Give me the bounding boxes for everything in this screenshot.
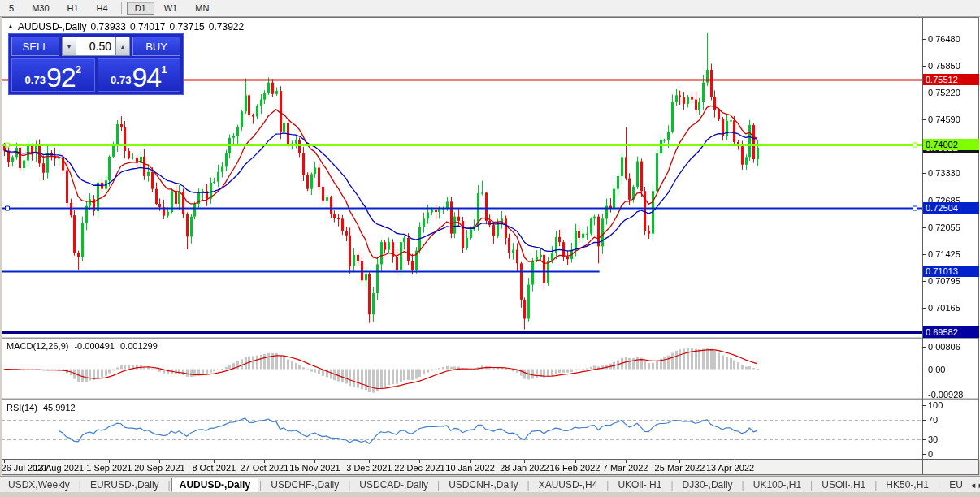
buy-price-main: 0.73 bbox=[111, 74, 131, 86]
price-tick-label: 0.72055 bbox=[928, 223, 960, 232]
buy-price-big: 94 bbox=[132, 66, 161, 90]
price-tick-label: 0.75850 bbox=[928, 61, 960, 71]
date-tick-label: 13 Apr 2022 bbox=[706, 463, 754, 473]
tab-dj30daily[interactable]: DJ30-,Daily bbox=[674, 478, 741, 491]
volume-field[interactable]: 0.50 bbox=[76, 37, 115, 56]
rsi-value: 45.9912 bbox=[43, 403, 76, 413]
volume-up-icon[interactable]: ▲ bbox=[115, 37, 130, 56]
trading-terminal-window: 5M30H1H4D1W1MN ▲ AUDUSD-,Daily 0.73933 0… bbox=[0, 0, 980, 497]
price-tick-label: 0.71425 bbox=[928, 249, 960, 259]
macd-signal-value: 0.001299 bbox=[120, 341, 158, 351]
price-tick-label: 0.70795 bbox=[928, 276, 960, 286]
ohlc-open: 0.73933 bbox=[91, 21, 126, 32]
tab-scroll-arrows: ◂▸ bbox=[971, 480, 980, 491]
macd-name: MACD(12,26,9) bbox=[7, 341, 68, 351]
timeframe-button-w1[interactable]: W1 bbox=[156, 2, 186, 15]
symbol-tab-bar: USDX,Weekly|EURUSD-,Daily|AUDUSD-,Daily|… bbox=[0, 476, 980, 493]
volume-stepper: ▼ 0.50 ▲ bbox=[62, 37, 130, 56]
tab-uk100h1[interactable]: UK100-,H1 bbox=[745, 478, 809, 491]
tab-eurusddaily[interactable]: EURUSD-,Daily bbox=[82, 478, 167, 491]
macd-label: MACD(12,26,9) -0.000491 0.001299 bbox=[7, 341, 158, 351]
tab-separator: | bbox=[527, 479, 530, 491]
price-level-chip: 0.72504 bbox=[923, 202, 979, 214]
price-tick-label: 0.74590 bbox=[928, 115, 960, 124]
rsi-label: RSI(14) 45.9912 bbox=[7, 403, 76, 413]
date-tick-label: 20 Sep 2021 bbox=[134, 463, 184, 473]
timeframe-button-m30[interactable]: M30 bbox=[24, 2, 57, 15]
rsi-tick-label: 0 bbox=[928, 449, 933, 459]
sell-price-big: 92 bbox=[46, 66, 76, 90]
tab-xauusdh4[interactable]: XAUUSD-,H4 bbox=[531, 478, 606, 491]
rsi-tick-label: 70 bbox=[928, 415, 938, 425]
ohlc-low: 0.73715 bbox=[169, 21, 204, 32]
date-tick-label: 1 Sep 2021 bbox=[86, 463, 132, 473]
status-strip bbox=[0, 492, 980, 497]
date-tick-label: 28 Jan 2022 bbox=[500, 463, 549, 473]
tab-usdcnhdaily[interactable]: USDCNH-,Daily bbox=[440, 478, 526, 491]
date-tick-label: 22 Dec 2021 bbox=[394, 463, 444, 473]
macd-tick-label: 0.00 bbox=[928, 365, 945, 374]
price-tick-label: 0.76480 bbox=[928, 34, 960, 44]
sell-price[interactable]: 0.73 92 2 bbox=[11, 58, 95, 92]
price-level-chip: 0.75512 bbox=[923, 74, 979, 85]
timeframe-button-5[interactable]: 5 bbox=[1, 2, 22, 15]
date-tick-label: 27 Oct 2021 bbox=[240, 463, 288, 473]
volume-down-icon[interactable]: ▼ bbox=[62, 37, 76, 56]
tab-separator: | bbox=[259, 479, 262, 491]
ohlc-high: 0.74017 bbox=[130, 21, 165, 32]
macd-tick-label: -0.00928 bbox=[928, 390, 963, 400]
tab-separator: | bbox=[606, 479, 609, 491]
date-tick-label: 16 Feb 2022 bbox=[550, 463, 601, 473]
tab-separator: | bbox=[168, 479, 171, 491]
date-tick-label: 7 Mar 2022 bbox=[603, 463, 648, 473]
tab-scroll-left-icon[interactable]: ◂ bbox=[971, 480, 976, 491]
ohlc-close: 0.73922 bbox=[209, 21, 244, 32]
price-tick-label: 0.75220 bbox=[928, 88, 960, 97]
rsi-tick-label: 30 bbox=[928, 434, 938, 444]
chart-symbol-label: AUDUSD-,Daily bbox=[18, 21, 87, 32]
tab-usoilh1[interactable]: USOil-,H1 bbox=[813, 478, 874, 491]
macd-value: -0.000491 bbox=[74, 341, 115, 351]
timeframe-button-mn[interactable]: MN bbox=[187, 2, 217, 15]
tab-separator: | bbox=[79, 479, 81, 491]
timeframe-button-d1[interactable]: D1 bbox=[127, 2, 154, 15]
date-tick-label: 13 Aug 2021 bbox=[33, 463, 84, 473]
timeframe-button-h4[interactable]: H4 bbox=[89, 2, 116, 15]
tab-usdcaddaily[interactable]: USDCAD-,Daily bbox=[351, 478, 436, 491]
sell-price-pip: 2 bbox=[76, 63, 81, 76]
tab-hk50h1[interactable]: HK50-,H1 bbox=[878, 478, 937, 491]
symbol-marker-icon: ▲ bbox=[7, 24, 14, 30]
tab-separator: | bbox=[874, 479, 877, 491]
price-tick-label: 0.70165 bbox=[928, 303, 960, 313]
buy-price-pip: 1 bbox=[161, 63, 167, 76]
date-tick-label: 15 Nov 2021 bbox=[289, 463, 340, 473]
toolbar-separator bbox=[121, 2, 122, 14]
chart-title: ▲ AUDUSD-,Daily 0.73933 0.74017 0.73715 … bbox=[7, 21, 244, 32]
tab-separator: | bbox=[810, 479, 813, 491]
date-tick-label: 8 Oct 2021 bbox=[192, 463, 236, 473]
tab-ukoilh1[interactable]: UKOil-,H1 bbox=[609, 478, 670, 491]
price-level-chip: 0.69582 bbox=[923, 326, 979, 338]
tab-audusddaily[interactable]: AUDUSD-,Daily bbox=[171, 478, 258, 492]
one-click-trading-panel: SELL ▼ 0.50 ▲ BUY 0.73 92 2 0.73 94 1 bbox=[8, 33, 184, 95]
buy-button[interactable]: BUY bbox=[132, 37, 180, 56]
date-tick-label: 3 Dec 2021 bbox=[346, 463, 392, 473]
macd-tick-label: 0.00806 bbox=[928, 342, 960, 352]
price-level-chip: 0.74002 bbox=[923, 139, 979, 150]
buy-price[interactable]: 0.73 94 1 bbox=[98, 58, 181, 92]
price-tick-label: 0.73330 bbox=[928, 168, 960, 178]
tab-separator: | bbox=[938, 479, 940, 491]
date-tick-label: 10 Jan 2022 bbox=[445, 463, 495, 473]
tab-separator: | bbox=[348, 479, 350, 491]
tab-separator: | bbox=[742, 479, 744, 491]
tab-usdchfdaily[interactable]: USDCHF-,Daily bbox=[262, 478, 347, 491]
tab-eu[interactable]: EU bbox=[941, 478, 971, 491]
timeframe-toolbar: 5M30H1H4D1W1MN bbox=[0, 0, 980, 17]
timeframe-button-h1[interactable]: H1 bbox=[59, 2, 87, 15]
sell-button[interactable]: SELL bbox=[11, 37, 59, 56]
price-level-chip: 0.71013 bbox=[923, 266, 979, 277]
tab-usdxweekly[interactable]: USDX,Weekly bbox=[0, 478, 78, 491]
date-tick-label: 25 Mar 2022 bbox=[655, 463, 705, 473]
sell-price-main: 0.73 bbox=[25, 74, 46, 86]
rsi-name: RSI(14) bbox=[7, 403, 37, 413]
